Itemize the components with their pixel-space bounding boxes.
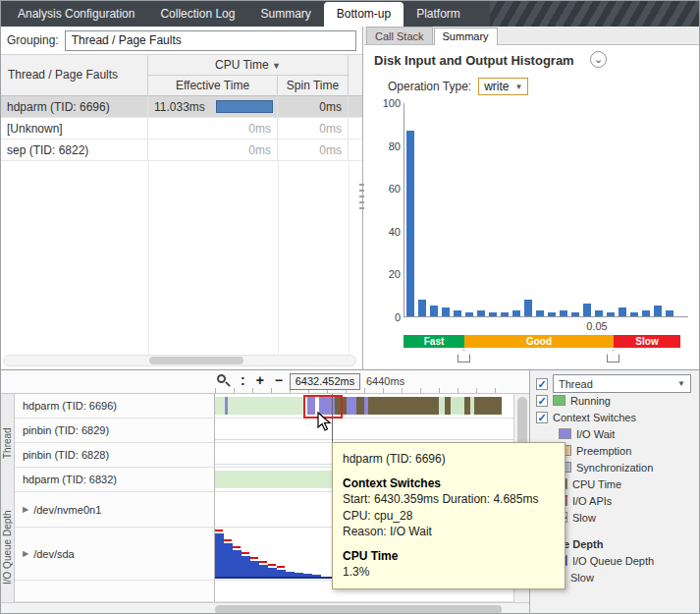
- histogram-bar: [571, 312, 579, 316]
- threshold-slider-left[interactable]: [458, 350, 470, 363]
- ruler-tick: [439, 388, 440, 393]
- legend-item-thread[interactable]: ✓Thread▼: [536, 375, 697, 392]
- histogram-bar: [560, 310, 567, 317]
- timeline-toolbar: : + − ↖ ↙ 6432.452ms 6440ms: [1, 370, 529, 394]
- y-axis-tick-label: 60: [371, 183, 401, 195]
- timeline-row-label[interactable]: ▶/dev/sda: [15, 528, 215, 581]
- histogram-bar: [442, 307, 450, 316]
- table-row-hdparm[interactable]: hdparm (TID: 6696) 11.033ms 0ms: [1, 96, 362, 118]
- summary-pane: Call Stack Summary Disk Input and Output…: [364, 27, 700, 369]
- histogram-title: Disk Input and Output Histogram: [374, 53, 574, 68]
- legend-item-i-o-queue-depth[interactable]: I/O Queue Depth: [555, 552, 697, 569]
- column-header-cpu-time[interactable]: CPU Time ▼: [148, 55, 349, 76]
- row-label-text: hdparm (TID: 6832): [23, 474, 117, 485]
- zoom-out-icon[interactable]: −: [275, 373, 283, 387]
- ruler-tick: [420, 388, 421, 393]
- timeline-segment: [347, 397, 356, 415]
- timeline-row-label[interactable]: hdparm (TID: 6832): [15, 468, 215, 492]
- timeline-row-label[interactable]: pinbin (TID: 6829): [15, 419, 215, 443]
- grid-horizontal-scrollbar[interactable]: [3, 355, 356, 366]
- column-header-thread-page-faults[interactable]: Thread / Page Faults: [1, 55, 148, 96]
- timeline-horizontal-scrollbar[interactable]: [1, 602, 529, 614]
- histogram-bar: [536, 310, 544, 317]
- timeline-row-label-empty: [15, 581, 215, 602]
- tab-platform[interactable]: Platform: [404, 2, 473, 27]
- timeline-track-pinbin-6829[interactable]: [215, 419, 513, 443]
- table-row-sep[interactable]: sep (TID: 6822) 0ms 0ms: [1, 140, 362, 161]
- tab-analysis-configuration[interactable]: Analysis Configuration: [5, 2, 147, 27]
- table-row-unknown[interactable]: [Unknown] 0ms 0ms: [1, 118, 362, 140]
- timeline-segment: [224, 543, 233, 577]
- cpu-time-header-label: CPU Time: [215, 58, 269, 72]
- collapse-chevron-icon[interactable]: ⌄: [590, 51, 607, 68]
- mouse-cursor: [317, 412, 332, 432]
- tab-summary-side[interactable]: Summary: [434, 28, 498, 45]
- column-header-spin-time[interactable]: Spin Time: [278, 76, 349, 96]
- tooltip-line: CPU: cpu_28: [343, 508, 555, 524]
- legend-item-preemption[interactable]: Preemption: [559, 442, 697, 459]
- checkbox-checked[interactable]: ✓: [536, 395, 548, 407]
- zoom-in-icon[interactable]: +: [256, 373, 264, 387]
- tab-summary[interactable]: Summary: [247, 2, 323, 27]
- column-header-effective-time[interactable]: Effective Time: [148, 76, 278, 96]
- tab-call-stack[interactable]: Call Stack: [366, 27, 433, 44]
- legend-item-i-o-apis[interactable]: I/O APIs: [555, 492, 697, 509]
- timeline-segment: [225, 397, 228, 415]
- expand-triangle-icon[interactable]: ▶: [23, 505, 28, 514]
- zoom-magnifier-icon[interactable]: [217, 374, 230, 387]
- expand-triangle-icon[interactable]: ▶: [23, 549, 28, 558]
- spin-time-value: 0ms: [278, 118, 349, 139]
- tab-collection-log[interactable]: Collection Log: [147, 2, 247, 27]
- tab-bottom-up[interactable]: Bottom-up: [324, 2, 404, 27]
- row-name: [Unknown]: [1, 118, 148, 139]
- effective-time-value: 0ms: [148, 118, 278, 139]
- latency-zones-bar: Fast Good Slow: [404, 335, 680, 348]
- grouping-label: Grouping:: [7, 33, 59, 47]
- legend-label: Preemption: [576, 445, 631, 457]
- histogram-bar: [489, 312, 497, 316]
- timeline-track-hdparm-6696[interactable]: [215, 394, 513, 419]
- histogram-bar: [477, 310, 485, 317]
- timeline-segment: [242, 556, 250, 577]
- x-axis-tick-label: 0.05: [577, 320, 617, 332]
- legend-item-slow[interactable]: Slow: [555, 509, 697, 526]
- scrollbar-thumb[interactable]: [149, 357, 243, 364]
- zoom-mode-colon: :: [241, 373, 245, 387]
- ruler-tick: [458, 388, 458, 393]
- timeline-segment: [215, 577, 343, 579]
- row-label-text: /dev/sda: [33, 548, 75, 560]
- scrollbar-thumb[interactable]: [215, 605, 502, 614]
- timeline-row-label[interactable]: pinbin (TID: 6828): [15, 443, 215, 468]
- histogram-bar: [501, 312, 509, 316]
- tooltip-section-heading: Context Switches: [343, 475, 555, 491]
- thread-view-dropdown[interactable]: Thread▼: [553, 374, 691, 393]
- group-label-thread: Thread: [2, 394, 14, 492]
- operation-type-select[interactable]: write▼: [478, 78, 528, 95]
- legend-item-running[interactable]: ✓Running: [536, 392, 697, 409]
- checkbox-checked[interactable]: ✓: [536, 378, 548, 390]
- zone-fast: Fast: [404, 335, 464, 348]
- grouping-select[interactable]: Thread / Page Faults: [65, 30, 356, 51]
- timeline-tooltip: hdparm (TID: 6696) Context Switches Star…: [332, 442, 565, 589]
- timeline-segment: [451, 397, 464, 415]
- row-label-text: pinbin (TID: 6828): [23, 449, 109, 461]
- timeline-segment: [215, 397, 303, 415]
- spin-time-value: 0ms: [278, 96, 349, 117]
- legend-item-i-o-wait[interactable]: I/O Wait: [559, 425, 697, 442]
- grouping-row: Grouping: Thread / Page Faults: [1, 27, 362, 55]
- main-tab-bar: Analysis Configuration Collection Log Su…: [1, 1, 700, 27]
- histogram-bar: [406, 131, 414, 316]
- legend-label: I/O Queue Depth: [572, 555, 654, 567]
- checkbox-checked[interactable]: ✓: [536, 412, 548, 423]
- timeline-row-label[interactable]: hdparm (TID: 6696): [15, 394, 215, 419]
- legend-item-cpu-time[interactable]: CPU Time: [555, 475, 697, 492]
- dropdown-arrow-icon: ▼: [515, 83, 523, 91]
- operation-type-label: Operation Type:: [388, 80, 471, 93]
- legend-item-synchronization[interactable]: Synchronization: [559, 459, 697, 475]
- timeline-row-label[interactable]: ▶/dev/nvme0n1: [15, 492, 215, 528]
- legend-item-context-switches[interactable]: ✓Context Switches: [536, 409, 697, 425]
- legend-swatch: [553, 395, 565, 406]
- timeline-segment: [268, 568, 277, 577]
- ruler-tick: [364, 388, 365, 393]
- threshold-slider-right[interactable]: [607, 350, 619, 363]
